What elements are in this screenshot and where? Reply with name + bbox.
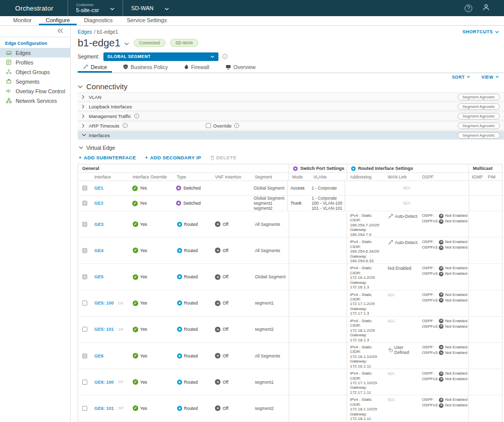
addressing-cell: IPv4 - StaticCIDR: 172.17.1.2/29Gateway:… [347,290,385,316]
row-checkbox[interactable] [82,274,87,279]
row-checkbox[interactable] [82,222,87,227]
check-circle-icon: ✓ [133,327,138,332]
ospf-cell: OSPF:×Not Enabled OSPFv3:×Not Enabled [419,317,468,342]
view-button[interactable]: VIEW [481,75,499,80]
x-circle-icon: × [439,240,443,245]
nav-item-diagnostics[interactable]: Diagnostics [77,16,120,25]
interface-link[interactable]: GE2 [94,201,103,206]
section-label: Interfaces [89,133,110,138]
segment-cell: Global Segmentsegment1segment2 [251,196,287,211]
add-subinterface-button[interactable]: + ADD SUBINTERFACE [79,155,136,160]
row-checkbox[interactable] [82,327,87,332]
delete-label: DELETE [216,155,237,160]
sort-label: SORT [452,75,465,80]
row-checkbox[interactable] [82,186,87,191]
sort-button[interactable]: SORT [452,75,471,80]
delete-interface-button[interactable]: DELETE [210,155,237,160]
section-row-interfaces[interactable]: Interfaces Segment Agnostic [78,131,504,140]
nav-item-configure[interactable]: Configure [39,16,77,25]
flame-icon [184,64,189,70]
breadcrumb-edges-link[interactable]: Edges [78,29,92,35]
segment-select[interactable]: GLOBAL SEGMENT [103,52,218,61]
product-switcher[interactable]: SD-WAN [123,0,177,16]
row-checkbox[interactable] [82,300,87,306]
addressing-cell: IPv4 - StaticCIDR: 169.254.7.10/29Gatewa… [347,211,385,237]
nav-item-service-settings[interactable]: Service Settings [120,16,174,25]
main-content: Edges / b1-edge1 SHORTCUTS b1-edge1 Conn… [71,26,504,422]
interface-link[interactable]: GE5 [94,274,103,279]
nav-item-monitor[interactable]: Monitor [6,16,39,25]
x-circle-icon: × [215,221,220,227]
pim-cell [485,196,502,211]
chevron-right-icon [82,104,85,109]
segment-cell: segment2 [252,317,289,342]
row-checkbox[interactable] [82,353,87,358]
tab-firewall[interactable]: Firewall [179,63,214,73]
routed-icon [177,248,182,253]
section-row-vlan[interactable]: VLAN Segment Agnostic [78,92,504,101]
tab-overview[interactable]: Overview [220,63,261,73]
object-groups-icon [6,69,12,75]
interface-link[interactable]: GE6: 101 [94,406,114,411]
interface-link[interactable]: GE4 [94,248,103,253]
vlans-cell: 1 - Corporate [309,181,345,195]
sidebar-item-profiles[interactable]: Profiles [0,57,70,67]
check-circle-icon: ✓ [132,186,138,191]
row-checkbox[interactable] [82,201,87,206]
vnf-insertion-cell: ×Off [212,211,252,237]
ospf-cell: OSPF:×Not Enabled OSPFv3:×Not Enabled [419,237,468,263]
edge-menu-chevron-icon[interactable] [124,38,129,47]
help-icon[interactable]: ? [465,5,472,12]
interface-row-ge5-100: GE5: 100: SIF ✓Yes Routed ×Off segment1 … [78,290,502,317]
interface-override-cell: ✓Yes [130,290,174,316]
row-checkbox[interactable] [82,406,87,411]
x-circle-icon: × [439,246,443,250]
mode-cell: Trunk [287,196,309,211]
tab-label: Firewall [191,64,209,70]
tab-device[interactable]: Device [78,63,112,73]
vlans-cell [310,395,347,421]
column-header-igmp: IGMP [468,173,485,180]
breadcrumb-current: b1-edge1 [97,29,118,35]
routed-icon [177,353,182,358]
customer-switcher[interactable]: Customer 5-site-csr [68,0,123,16]
sidebar-item-edges[interactable]: Edges [0,48,70,57]
sidebar-item-network-services[interactable]: Network Services [0,96,70,105]
breadcrumb: Edges / b1-edge1 SHORTCUTS [78,28,504,35]
routed-icon [177,380,182,385]
segment-agnostic-badge: Segment Agnostic [458,94,500,100]
subinterface-tag: : SIF [116,406,124,410]
add-secondary-ip-button[interactable]: + ADD SECONDARY IP [145,155,201,160]
routed-icon [177,406,182,411]
chevron-down-icon [467,76,470,78]
column-header-pim: PIM [485,173,502,180]
sidebar-item-segments[interactable]: Segments [0,77,70,86]
type-cell: Switched [173,181,211,195]
interface-link[interactable]: GE5: 101 [94,327,114,332]
tab-business-policy[interactable]: Business Policy [118,63,173,73]
interface-link[interactable]: GE5: 100 [94,300,114,306]
section-row-loopback-interfaces[interactable]: Loopback Interfaces Segment Agnostic [78,102,504,111]
interface-link[interactable]: GE1 [94,186,103,191]
sidebar-collapse-icon[interactable] [57,28,63,35]
override-checkbox[interactable] [206,123,211,128]
edges-icon [6,50,12,55]
interface-link[interactable]: GE6: 100 [94,380,114,385]
connectivity-section-toggle[interactable]: Connectivity [78,81,504,92]
sidebar-item-object-groups[interactable]: Object Groups [0,67,70,77]
sidebar-item-overlay-flow-control[interactable]: Overlay Flow Control [0,86,70,96]
sidebar: Edge Configuration Edges Profiles Object… [0,26,71,422]
user-icon[interactable] [482,4,490,13]
section-row-arp-timeouts[interactable]: ARP Timeoutsi Overridei Segment Agnostic [78,121,504,130]
chevron-right-icon [82,124,85,128]
vnf-insertion-cell: ×Off [212,264,252,289]
section-row-management-traffic[interactable]: Management Traffici Segment Agnostic [78,111,504,120]
vnf-insertion-cell [211,196,250,211]
row-checkbox[interactable] [82,380,87,385]
shortcuts-button[interactable]: SHORTCUTS [463,29,499,34]
pim-cell [485,264,502,289]
row-checkbox[interactable] [82,248,87,253]
virtual-edge-toggle[interactable]: Virtual Edge [79,144,504,151]
interface-link[interactable]: GE6 [94,353,103,358]
interface-link[interactable]: GE3 [94,222,103,227]
